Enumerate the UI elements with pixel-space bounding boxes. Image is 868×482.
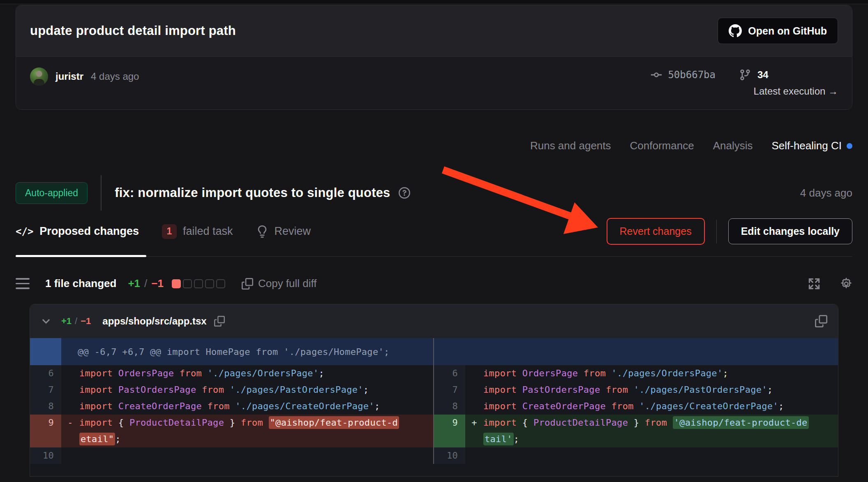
copy-path-icon[interactable]: [214, 316, 225, 327]
hunk-gutter-block: [30, 338, 61, 365]
commit-header-card: update product detail import path Open o…: [16, 5, 852, 110]
file-list-menu-button[interactable]: [16, 278, 30, 289]
diff-line-add-9: 9+import { ProductDetailPage } from '@ai…: [434, 415, 838, 447]
open-on-github-label: Open on GitHub: [748, 25, 827, 37]
author-name[interactable]: juristr: [55, 71, 83, 82]
diff-panel-before: @@ -6,7 +6,7 @@ import HomePage from './…: [30, 338, 434, 464]
nav-item-conformance[interactable]: Conformance: [630, 139, 694, 152]
help-icon[interactable]: [399, 187, 410, 199]
diff-stats: +1 / −1: [128, 277, 164, 290]
copy-full-diff-button[interactable]: Copy full diff: [242, 277, 317, 290]
github-icon: [729, 24, 742, 37]
hunk-header-spacer: [434, 338, 838, 365]
copy-icon: [242, 278, 253, 290]
code-icon: </>: [16, 226, 33, 237]
fix-title: fix: normalize import quotes to single q…: [115, 185, 390, 200]
page-title: update product detail import path: [30, 23, 236, 38]
ratio-block-empty: [183, 279, 192, 288]
lightbulb-icon: [256, 225, 268, 238]
collapse-chevron-icon[interactable]: [41, 316, 51, 327]
diff-line-del-9: 9-import { ProductDetailPage } from "@ai…: [30, 415, 433, 447]
workspace-nav: Runs and agentsConformanceAnalysisSelf-h…: [16, 139, 852, 152]
diff-ratio-blocks: [172, 279, 225, 288]
diff-line-context-6: 6import OrdersPage from './pages/OrdersP…: [30, 365, 433, 382]
diff-line-context-8: 8import CreateOrderPage from './pages/Cr…: [434, 398, 838, 415]
run-count-link[interactable]: 34: [739, 69, 838, 81]
fullscreen-icon[interactable]: [808, 278, 820, 290]
files-changed-label: 1 file changed: [45, 277, 116, 290]
diff-line-context-6: 6import OrdersPage from './pages/OrdersP…: [434, 365, 838, 382]
diff-line-context-7: 7import PastOrdersPage from './pages/Pas…: [434, 382, 838, 398]
file-path: apps/shop/src/app.tsx: [102, 315, 206, 327]
divider: [101, 175, 102, 211]
diff-line-context-7: 7import PastOrdersPage from './pages/Pas…: [30, 382, 433, 398]
tab-failed-task[interactable]: 1 failed task: [162, 224, 233, 239]
file-diff-stats: +1 / −1: [61, 316, 91, 327]
open-on-github-button[interactable]: Open on GitHub: [718, 18, 838, 44]
nav-item-runs-and-agents[interactable]: Runs and agents: [530, 139, 611, 152]
nav-item-analysis[interactable]: Analysis: [713, 139, 753, 152]
ratio-block-empty: [205, 279, 214, 288]
revert-changes-button[interactable]: Revert changes: [607, 218, 705, 245]
tab-proposed-changes[interactable]: </> Proposed changes: [16, 225, 139, 238]
hunk-header: @@ -6,7 +6,7 @@ import HomePage from './…: [30, 338, 433, 365]
top-window-edge: [0, 0, 868, 4]
avatar: [30, 67, 48, 86]
tab-review[interactable]: Review: [256, 225, 311, 238]
copy-file-diff-icon[interactable]: [815, 315, 827, 327]
settings-gear-icon[interactable]: [840, 278, 852, 290]
page: { "colors": { "accent_green": "#3fb950",…: [0, 0, 868, 482]
failed-count-badge: 1: [162, 224, 177, 239]
commit-icon: [651, 69, 662, 81]
diff-line-context-10: 10: [30, 447, 433, 464]
diff-panel-after: 6import OrdersPage from './pages/OrdersP…: [434, 338, 838, 464]
diff-line-context-10: 10: [434, 447, 838, 464]
active-tab-indicator: [16, 255, 146, 257]
tabs-underline: [16, 256, 852, 257]
ratio-block-empty: [216, 279, 225, 288]
branch-icon: [739, 69, 751, 81]
ratio-block-empty: [194, 279, 203, 288]
file-diff-card: +1 / −1 apps/shop/src/app.tsx @@ -6,7 +6…: [30, 304, 838, 477]
commit-sha[interactable]: 50b667ba: [651, 69, 716, 81]
latest-execution-link[interactable]: Latest execution →: [754, 86, 838, 97]
divider: [716, 220, 717, 243]
auto-applied-badge: Auto-applied: [16, 182, 88, 204]
notification-dot: [847, 143, 852, 149]
edit-changes-locally-button[interactable]: Edit changes locally: [728, 218, 852, 244]
ratio-block-deletion: [172, 279, 181, 288]
diff-line-context-8: 8import CreateOrderPage from './pages/Cr…: [30, 398, 433, 415]
nav-item-self-healing-ci[interactable]: Self-healing CI: [771, 139, 852, 152]
commit-time: 4 days ago: [91, 71, 139, 82]
fix-time: 4 days ago: [800, 187, 852, 199]
